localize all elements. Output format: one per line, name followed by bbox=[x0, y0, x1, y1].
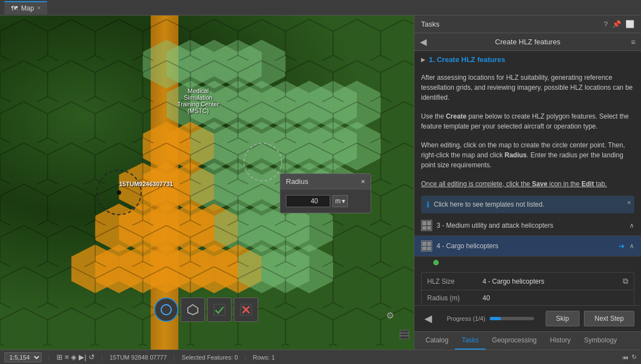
template-icon-3 bbox=[421, 220, 432, 231]
polygon-draw-icon bbox=[187, 304, 199, 316]
status-divider-2: | bbox=[101, 354, 103, 361]
hlz-detail-table: HLZ Size 4 - Cargo helicopters ⧉ Radius … bbox=[421, 272, 634, 305]
hlz-copy-icon[interactable]: ⧉ bbox=[623, 276, 628, 286]
hlz-size-value: 4 - Cargo helicopters bbox=[483, 278, 623, 285]
radius-dialog-close[interactable]: × bbox=[361, 177, 365, 186]
hlz-radius-label: Radius (m) bbox=[427, 294, 483, 302]
map-bottom-toolbar bbox=[154, 298, 258, 322]
progress-bar-background bbox=[490, 317, 534, 320]
nav-right-icon[interactable]: ↻ bbox=[632, 353, 637, 361]
coord-label: 15TUM9246307731 bbox=[119, 181, 173, 187]
map-tab[interactable]: 🗺 Map × bbox=[4, 1, 47, 14]
refresh-icon[interactable]: ↺ bbox=[89, 353, 95, 361]
tab-symbology[interactable]: Symbology bbox=[577, 332, 623, 350]
radius-input[interactable] bbox=[286, 195, 330, 207]
circle-tool-button[interactable] bbox=[154, 298, 178, 322]
status-divider-1: | bbox=[48, 354, 50, 361]
x-tool-button[interactable] bbox=[234, 298, 258, 322]
create-hlz-title: Create HLZ features bbox=[495, 38, 561, 46]
tab-tasks[interactable]: Tasks bbox=[455, 332, 485, 350]
coordinate-display: 15TUM 92848 07777 bbox=[110, 354, 167, 361]
map-area[interactable]: Medical Simulation Training Center (MSTC… bbox=[0, 16, 414, 350]
template-4-collapse: ∧ bbox=[629, 242, 634, 250]
map-icon: 🗺 bbox=[11, 4, 18, 12]
svg-point-54 bbox=[117, 190, 121, 194]
check-icon bbox=[213, 304, 225, 316]
x-icon bbox=[240, 304, 252, 316]
tasks-header-icons: ? 📌 ⬜ bbox=[604, 20, 634, 28]
active-indicator-row bbox=[414, 257, 641, 270]
radius-dialog-header: Radius × bbox=[280, 174, 371, 189]
bookmark-icon[interactable]: ▶| bbox=[79, 353, 86, 361]
nav-left-icon[interactable]: ⏮ bbox=[622, 354, 628, 361]
map-layers-icon[interactable] bbox=[399, 330, 409, 342]
label-line3: Training Center bbox=[177, 101, 219, 107]
help-icon[interactable]: ? bbox=[604, 20, 608, 28]
status-scale: 1:5,154 bbox=[4, 352, 42, 362]
map-tab-label: Map bbox=[21, 4, 34, 12]
label-line2: Simulation bbox=[177, 94, 219, 101]
step-header: ▶ 1. Create HLZ features bbox=[414, 51, 641, 68]
tasks-subheader: ◀ Create HLZ features ≡ bbox=[414, 33, 641, 51]
selected-features-label: Selected Features: 0 bbox=[182, 354, 238, 361]
info-text: Click here to see templates not listed. bbox=[434, 201, 629, 208]
template-4-arrow: ➜ bbox=[618, 242, 625, 250]
status-bar: 1:5,154 | ⊞ ≡ ◈ ▶| ↺ | 15TUM 92848 07777… bbox=[0, 350, 641, 364]
template-3-collapse: ∧ bbox=[629, 222, 634, 229]
svg-point-55 bbox=[161, 305, 171, 315]
tasks-panel: Tasks ? 📌 ⬜ ◀ Create HLZ features ≡ ▶ 1.… bbox=[414, 16, 641, 350]
top-bar: 🗺 Map × bbox=[0, 0, 641, 16]
status-divider-3: | bbox=[173, 354, 175, 361]
progress-label: Progress (1/4) bbox=[447, 315, 485, 322]
svg-rect-57 bbox=[214, 304, 225, 315]
info-close-button[interactable]: × bbox=[627, 199, 631, 207]
list-icon[interactable]: ≡ bbox=[65, 353, 69, 361]
tab-geoprocessing[interactable]: Geoprocessing bbox=[485, 332, 543, 350]
map-settings-icon[interactable]: ⚙ bbox=[386, 310, 394, 321]
create-bold: Create bbox=[446, 112, 466, 120]
circle-draw-icon bbox=[160, 304, 172, 316]
template-item-3[interactable]: 3 - Medium utility and attack helicopter… bbox=[414, 216, 641, 236]
map-tab-close[interactable]: × bbox=[37, 5, 40, 11]
action-back-button[interactable]: ◀ bbox=[421, 310, 435, 327]
info-icon: ℹ bbox=[427, 200, 429, 209]
tasks-menu-button[interactable]: ≡ bbox=[631, 38, 635, 47]
tasks-header: Tasks ? 📌 ⬜ bbox=[414, 16, 641, 33]
next-step-button[interactable]: Next Step bbox=[584, 311, 634, 326]
progress-bar-fill bbox=[490, 317, 501, 320]
label-line4: (MSTC) bbox=[177, 107, 219, 114]
template-name-3: 3 - Medium utility and attack helicopter… bbox=[437, 222, 625, 229]
svg-marker-56 bbox=[188, 305, 198, 315]
radius-bold: Radius bbox=[505, 151, 527, 159]
rows-label: Rows: 1 bbox=[253, 354, 275, 361]
template-name-4: 4 - Cargo helicopters bbox=[437, 242, 614, 250]
pin-icon[interactable]: 📌 bbox=[612, 20, 621, 28]
radius-unit[interactable]: m ▾ bbox=[332, 195, 348, 207]
description-2: Use the Create pane below to create HLZ … bbox=[414, 107, 641, 136]
template-item-4[interactable]: 4 - Cargo helicopters ➜ ∧ bbox=[414, 236, 641, 257]
mstc-label: Medical Simulation Training Center (MSTC… bbox=[177, 88, 219, 114]
radius-dialog-title: Radius bbox=[286, 177, 308, 186]
grid-icon[interactable]: ⊞ bbox=[57, 353, 63, 361]
hlz-radius-value: 40 bbox=[483, 294, 628, 302]
tasks-content[interactable]: ▶ 1. Create HLZ features After assessing… bbox=[414, 51, 641, 305]
progress-area: Progress (1/4) bbox=[440, 315, 541, 322]
label-line1: Medical bbox=[177, 88, 219, 94]
step-arrow: ▶ bbox=[421, 57, 425, 63]
locate-icon[interactable]: ◈ bbox=[71, 353, 76, 361]
active-template-indicator bbox=[432, 259, 440, 266]
status-right: ⏮ ↻ bbox=[622, 353, 637, 361]
main-container: Medical Simulation Training Center (MSTC… bbox=[0, 16, 641, 350]
tab-history[interactable]: History bbox=[543, 332, 577, 350]
polygon-tool-button[interactable] bbox=[181, 298, 205, 322]
maximize-icon[interactable]: ⬜ bbox=[625, 20, 634, 28]
scale-selector[interactable]: 1:5,154 bbox=[4, 352, 42, 362]
check-tool-button[interactable] bbox=[207, 298, 232, 322]
status-icons: ⊞ ≡ ◈ ▶| ↺ bbox=[57, 353, 95, 361]
hlz-size-row: HLZ Size 4 - Cargo helicopters ⧉ bbox=[422, 273, 634, 290]
tab-catalog[interactable]: Catalog bbox=[419, 332, 455, 350]
radius-dialog-body: m ▾ bbox=[280, 189, 371, 213]
skip-button[interactable]: Skip bbox=[546, 311, 580, 326]
tasks-back-button[interactable]: ◀ bbox=[420, 37, 427, 47]
radius-dialog: Radius × m ▾ bbox=[280, 173, 371, 213]
